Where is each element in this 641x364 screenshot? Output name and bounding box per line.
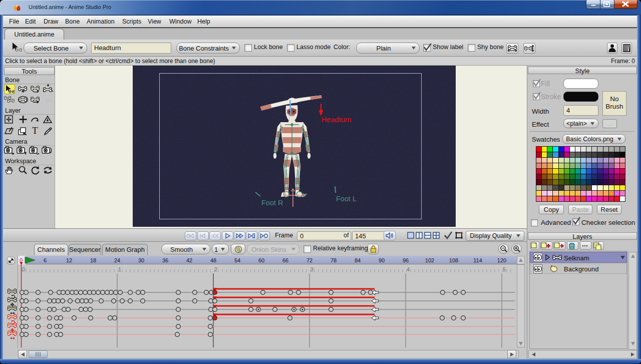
- svg-text:36: 36: [162, 257, 168, 263]
- svg-text:102: 102: [425, 257, 434, 263]
- svg-text:0: 0: [22, 266, 25, 272]
- svg-text:42: 42: [186, 257, 192, 263]
- svg-text:30: 30: [138, 257, 144, 263]
- svg-text:90: 90: [379, 257, 385, 263]
- svg-text:1: 1: [118, 266, 121, 272]
- svg-text:72: 72: [306, 257, 312, 263]
- svg-text:96: 96: [403, 257, 409, 263]
- svg-text:54: 54: [234, 257, 240, 263]
- svg-text:2: 2: [214, 266, 217, 272]
- svg-text:120: 120: [497, 257, 506, 263]
- svg-text:Foot L: Foot L: [336, 195, 357, 203]
- svg-text:6: 6: [44, 257, 47, 263]
- svg-text:108: 108: [449, 257, 458, 263]
- svg-text:12: 12: [66, 257, 72, 263]
- svg-text:18: 18: [90, 257, 96, 263]
- svg-text:48: 48: [210, 257, 216, 263]
- svg-text:24: 24: [114, 257, 120, 263]
- svg-text:78: 78: [331, 257, 337, 263]
- svg-text:84: 84: [355, 257, 361, 263]
- svg-text:3: 3: [310, 266, 313, 272]
- svg-text:4: 4: [407, 266, 410, 272]
- svg-text:Foot R: Foot R: [261, 199, 283, 207]
- svg-text:5: 5: [503, 266, 506, 272]
- svg-text:Headturn: Headturn: [322, 116, 352, 124]
- svg-text:114: 114: [473, 257, 482, 263]
- svg-text:66: 66: [282, 257, 288, 263]
- svg-text:60: 60: [258, 257, 264, 263]
